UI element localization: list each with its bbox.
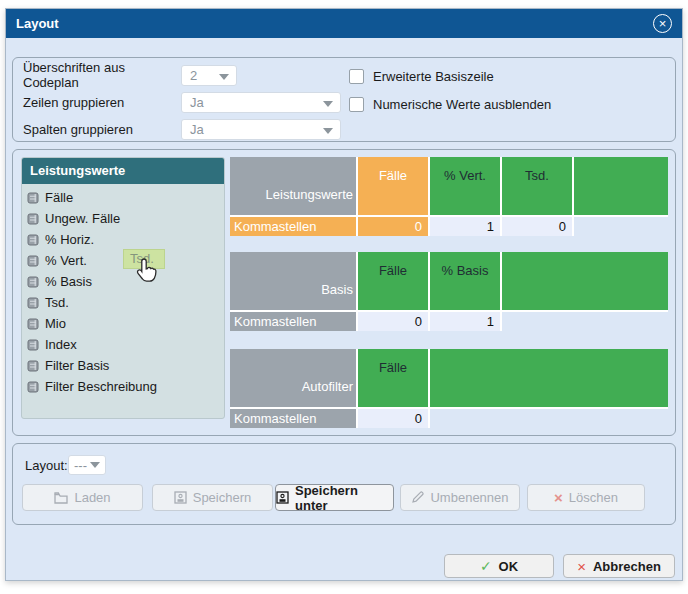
- kommastellen-value[interactable]: 0: [358, 409, 428, 428]
- checkbox-label: Erweiterte Basiszeile: [373, 69, 494, 84]
- list-item-label: Tsd.: [45, 295, 69, 310]
- table-name: Basis: [230, 252, 356, 310]
- table-empty-column[interactable]: [574, 157, 668, 215]
- list-item[interactable]: Index: [22, 334, 224, 355]
- layout-table: BasisFälle% BasisKommastellen01: [230, 252, 668, 331]
- kommastellen-value[interactable]: 0: [502, 217, 572, 236]
- table-column-header[interactable]: % Basis: [430, 252, 500, 310]
- folder-icon: [54, 492, 68, 504]
- settings-row: Spalten gruppierenJa: [23, 118, 341, 140]
- delete-x-icon: ×: [554, 490, 563, 505]
- settings-dropdown[interactable]: Ja: [181, 92, 341, 113]
- table-empty-column[interactable]: [502, 252, 668, 310]
- settings-row-label: Zeilen gruppieren: [23, 95, 181, 110]
- dropdown-value: 2: [190, 68, 197, 83]
- kommastellen-label: Kommastellen: [230, 409, 356, 428]
- button-label: Umbenennen: [430, 490, 508, 505]
- kommastellen-value[interactable]: 1: [430, 217, 500, 236]
- save-icon: [174, 491, 187, 504]
- list-item[interactable]: % Basis: [22, 271, 224, 292]
- settings-row-label: Überschriften aus Codeplan: [23, 60, 181, 90]
- list-item-label: % Horiz.: [45, 232, 94, 247]
- close-icon[interactable]: ×: [653, 14, 672, 33]
- table-item-icon: [27, 297, 40, 309]
- settings-dropdown[interactable]: 2: [181, 65, 237, 86]
- list-item[interactable]: Filter Basis: [22, 355, 224, 376]
- checkbox[interactable]: [349, 69, 364, 84]
- settings-dropdown[interactable]: Ja: [181, 119, 341, 140]
- list-item[interactable]: Ungew. Fälle: [22, 208, 224, 229]
- table-column-header[interactable]: % Vert.: [430, 157, 500, 215]
- table-column-header[interactable]: Fälle: [358, 157, 428, 215]
- table-column-header[interactable]: Fälle: [358, 349, 428, 407]
- list-item-label: Mio: [45, 316, 66, 331]
- list-item-label: Ungew. Fälle: [45, 211, 120, 226]
- list-item[interactable]: Fälle: [22, 187, 224, 208]
- kommastellen-value[interactable]: 1: [430, 312, 500, 331]
- list-item[interactable]: Mio: [22, 313, 224, 334]
- screenshot-root: Layout × Überschriften aus Codeplan2Zeil…: [0, 0, 688, 594]
- umbenennen-button: Umbenennen: [400, 484, 520, 511]
- table-item-icon: [27, 276, 40, 288]
- kommastellen-empty: [430, 409, 668, 428]
- chevron-down-icon: [219, 74, 229, 80]
- checkbox-label: Numerische Werte ausblenden: [373, 97, 551, 112]
- kommastellen-label: Kommastellen: [230, 217, 356, 236]
- cancel-button-label: Abbrechen: [593, 559, 661, 574]
- table-item-icon: [27, 381, 40, 393]
- layout-table: AutofilterFälleKommastellen0: [230, 349, 668, 428]
- list-item[interactable]: Tsd.: [22, 292, 224, 313]
- chevron-down-icon: [90, 462, 100, 468]
- settings-panel: Überschriften aus Codeplan2Zeilen gruppi…: [12, 57, 676, 142]
- kommastellen-empty: [574, 217, 668, 236]
- layout-bar: Layout: --- LadenSpeichernSpeichern unte…: [12, 443, 676, 525]
- value-list-items: FälleUngew. Fälle% Horiz.% Vert.% BasisT…: [22, 184, 224, 397]
- table-item-icon: [27, 339, 40, 351]
- speichern-button: Speichern: [152, 484, 273, 511]
- cancel-button[interactable]: × Abbrechen: [563, 554, 675, 578]
- checkbox-row: Erweiterte Basiszeile: [349, 67, 494, 85]
- list-item-label: Fälle: [45, 190, 73, 205]
- speichern-unter-button[interactable]: Speichern unter: [275, 484, 394, 511]
- layout-selector-label: Layout:: [25, 458, 68, 473]
- values-panel: Leistungswerte FälleUngew. Fälle% Horiz.…: [12, 149, 676, 436]
- l-schen-button: ×Löschen: [527, 484, 645, 511]
- checkbox[interactable]: [349, 97, 364, 112]
- x-icon: ×: [577, 558, 586, 575]
- value-list-header: Leistungswerte: [22, 158, 224, 184]
- list-item-label: % Vert.: [45, 253, 87, 268]
- kommastellen-empty: [502, 312, 668, 331]
- table-empty-column[interactable]: [430, 349, 668, 407]
- dialog-titlebar: Layout ×: [6, 9, 682, 38]
- list-item[interactable]: Filter Beschreibung: [22, 376, 224, 397]
- list-item-label: Index: [45, 337, 77, 352]
- layout-table: LeistungswerteFälle% Vert.Tsd.Kommastell…: [230, 157, 668, 236]
- button-label: Speichern: [193, 490, 252, 505]
- table-item-icon: [27, 318, 40, 330]
- table-column-header[interactable]: Fälle: [358, 252, 428, 310]
- list-item-label: % Basis: [45, 274, 92, 289]
- layout-selector-value: ---: [74, 458, 87, 473]
- list-item[interactable]: % Horiz.: [22, 229, 224, 250]
- chevron-down-icon: [323, 101, 333, 107]
- ok-button-label: OK: [499, 559, 519, 574]
- list-item-label: Filter Beschreibung: [45, 379, 157, 394]
- dialog-title: Layout: [16, 16, 59, 31]
- dropdown-value: Ja: [190, 122, 204, 137]
- pencil-icon: [411, 491, 424, 504]
- table-item-icon: [27, 234, 40, 246]
- save-icon: [276, 491, 289, 504]
- table-name: Autofilter: [230, 349, 356, 407]
- button-label: Speichern unter: [295, 483, 393, 513]
- settings-row: Überschriften aus Codeplan2: [23, 64, 237, 86]
- kommastellen-value[interactable]: 0: [358, 217, 428, 236]
- ok-button[interactable]: ✓ OK: [444, 554, 554, 578]
- settings-row-label: Spalten gruppieren: [23, 122, 181, 137]
- kommastellen-value[interactable]: 0: [358, 312, 428, 331]
- table-item-icon: [27, 213, 40, 225]
- dropdown-value: Ja: [190, 95, 204, 110]
- table-column-header[interactable]: Tsd.: [502, 157, 572, 215]
- kommastellen-label: Kommastellen: [230, 312, 356, 331]
- layout-selector[interactable]: ---: [68, 455, 106, 475]
- table-item-icon: [27, 255, 40, 267]
